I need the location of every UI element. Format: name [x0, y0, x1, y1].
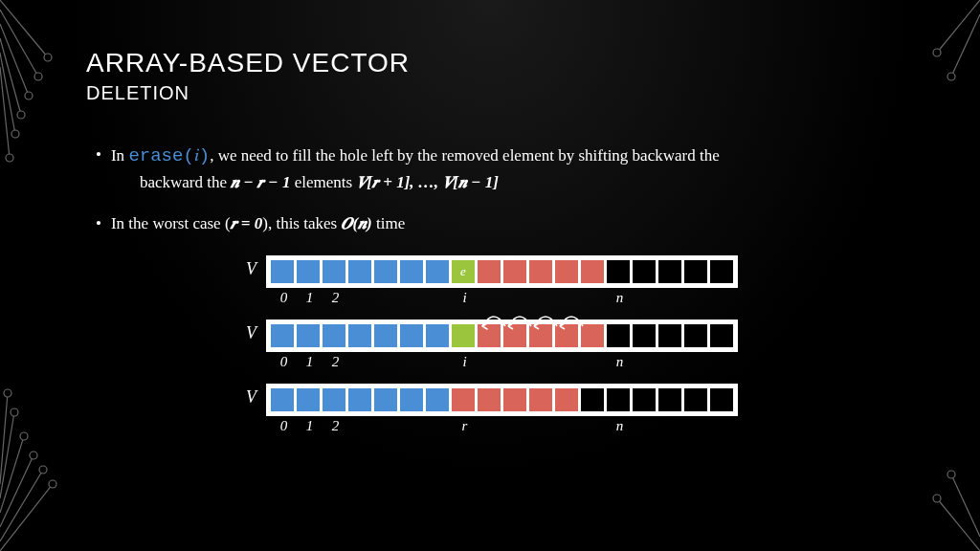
array-cell: [710, 388, 733, 411]
index-label: n: [607, 418, 633, 434]
array-cell: [297, 324, 320, 347]
bullet-text-fragment: ), this takes: [262, 214, 341, 232]
svg-line-20: [0, 455, 33, 527]
bullet-text-fragment: In the worst case (: [111, 214, 231, 232]
array-cell: [348, 388, 371, 411]
index-label: [684, 418, 710, 434]
index-label: [348, 418, 374, 434]
index-label: 0: [271, 418, 297, 434]
index-label: [426, 290, 452, 306]
array-cell: [323, 260, 345, 283]
bullet-icon: •: [96, 143, 101, 194]
array-cell: [607, 388, 630, 411]
math-expression: 𝒏 − 𝒓 − 1: [231, 173, 290, 191]
array-cell: [297, 260, 320, 283]
array-cell: [478, 324, 501, 347]
array-cell: [374, 388, 397, 411]
svg-point-17: [49, 480, 56, 488]
array-cell: [555, 388, 578, 411]
array-cell: [555, 260, 578, 283]
index-label: [658, 290, 684, 306]
bullet-item: • In the worst case (𝒓 = 0), this takes …: [96, 211, 903, 236]
array-cell: [452, 388, 475, 411]
index-label: [581, 418, 607, 434]
index-label: [633, 354, 658, 370]
page-subtitle: DELETION: [86, 82, 903, 104]
array-cell: [374, 324, 397, 347]
svg-line-30: [951, 474, 980, 537]
svg-point-31: [947, 471, 955, 478]
array-row-2: V 012in: [239, 320, 903, 370]
bullet-item: • In erase(𝑖), we need to fill the hole …: [96, 143, 903, 194]
array-cell: e: [452, 260, 475, 283]
array-cell: [658, 260, 681, 283]
index-label: 1: [297, 354, 323, 370]
index-label: [478, 290, 503, 306]
index-label: [529, 290, 555, 306]
array-cell: [684, 260, 707, 283]
bullet-text-fragment: backward the: [140, 173, 231, 191]
bullet-icon: •: [96, 211, 101, 236]
index-label: [684, 354, 710, 370]
math-expression: 𝑽[𝒓 + 1], …, 𝑽[𝒏 − 1]: [356, 173, 499, 191]
index-label: [658, 354, 684, 370]
array-cell: [607, 260, 630, 283]
array-cell: [348, 324, 371, 347]
index-label: [503, 418, 529, 434]
svg-line-22: [0, 436, 24, 513]
array-cell: [581, 388, 604, 411]
array-cell: [478, 260, 501, 283]
array-cell: [503, 388, 526, 411]
array-cell: [426, 260, 449, 283]
index-label: [555, 354, 581, 370]
index-label: [374, 418, 400, 434]
array-cell: [633, 388, 656, 411]
array-indices: 012in: [271, 354, 738, 370]
svg-line-28: [937, 498, 980, 551]
index-label: [710, 290, 736, 306]
index-label: [374, 290, 400, 306]
bullet-list: • In erase(𝑖), we need to fill the hole …: [96, 143, 903, 236]
array-label: V: [239, 255, 266, 279]
array-container: [266, 384, 738, 416]
array-cell: [529, 260, 552, 283]
svg-point-21: [30, 452, 37, 459]
index-label: [555, 418, 581, 434]
array-cell: [658, 388, 681, 411]
array-diagrams: V e 012in V 012in: [239, 255, 903, 434]
array-cell: [684, 388, 707, 411]
index-label: [478, 418, 503, 434]
index-label: [581, 354, 607, 370]
array-cell: [400, 324, 423, 347]
array-cell: [426, 388, 449, 411]
index-label: [710, 418, 736, 434]
index-label: [658, 418, 684, 434]
index-label: [503, 354, 529, 370]
index-label: 0: [271, 290, 297, 306]
index-label: n: [607, 354, 633, 370]
array-row-3: V 012rn: [239, 384, 903, 434]
index-label: [348, 290, 374, 306]
page-title: ARRAY-BASED VECTOR: [86, 48, 903, 78]
array-cell: [633, 324, 656, 347]
array-indices: 012rn: [271, 418, 738, 434]
bullet-text-fragment: elements: [295, 173, 357, 191]
index-label: [348, 354, 374, 370]
array-cell: [684, 324, 707, 347]
index-label: n: [607, 290, 633, 306]
bullet-text-fragment: In: [111, 146, 128, 165]
index-label: [633, 418, 658, 434]
array-cell: [323, 388, 345, 411]
math-expression: 𝒓 = 0: [231, 214, 263, 232]
array-cell: [452, 324, 475, 347]
index-label: [374, 354, 400, 370]
array-cell: [503, 260, 526, 283]
index-label: [400, 354, 426, 370]
array-cell: [271, 388, 294, 411]
array-cell: [658, 324, 681, 347]
bullet-text-fragment: , we need to fill the hole left by the r…: [210, 146, 720, 165]
index-label: i: [452, 354, 478, 370]
index-label: [478, 354, 503, 370]
array-cell: [581, 324, 604, 347]
array-cell: [400, 388, 423, 411]
